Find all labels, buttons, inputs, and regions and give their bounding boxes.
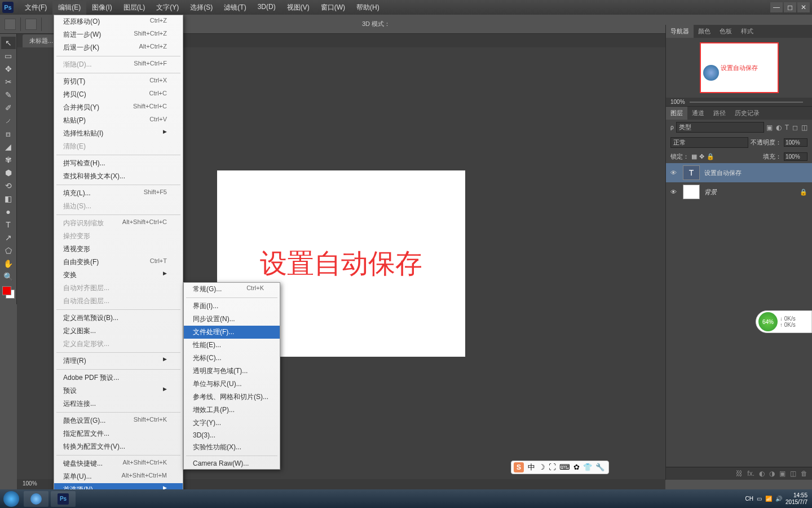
panel-tab-样式[interactable]: 样式 [736, 25, 758, 38]
filter-smart-icon[interactable]: ◫ [801, 124, 807, 132]
tool-11[interactable]: ⟲ [1, 179, 16, 192]
tool-14[interactable]: T [1, 218, 16, 231]
link-layers-icon[interactable]: ⛓ [736, 470, 743, 478]
submenu-item[interactable]: Camera Raw(W)... [184, 458, 280, 469]
lock-pixels-icon[interactable]: ▦ [691, 153, 697, 160]
ime-item[interactable]: ⛶ [549, 463, 556, 471]
tool-4[interactable]: ✎ [1, 89, 16, 101]
menu-item[interactable]: 还原移动(O)Ctrl+Z [54, 15, 183, 28]
lock-position-icon[interactable]: ✥ [699, 153, 704, 160]
ime-item[interactable]: 🔧 [595, 463, 604, 471]
filter-shape-icon[interactable]: ◻ [792, 124, 798, 132]
filter-adjust-icon[interactable]: ◐ [776, 124, 782, 132]
navigator-thumbnail[interactable]: 设置自动保存 [700, 42, 779, 93]
opacity-input[interactable] [784, 138, 807, 147]
menu-item[interactable]: 键盘快捷键...Alt+Shift+Ctrl+K [54, 457, 183, 470]
ime-item[interactable]: 中 [528, 463, 535, 471]
mask-icon[interactable]: ◐ [759, 470, 765, 478]
menu-3d[interactable]: 3D(D) [252, 1, 281, 15]
ime-item[interactable]: ✿ [573, 463, 580, 471]
menu-item[interactable]: 透视变形 [54, 243, 183, 256]
tool-8[interactable]: ◢ [1, 141, 16, 153]
menu-item[interactable]: 指定配置文件... [54, 427, 183, 440]
tray-network-icon[interactable]: 📶 [765, 496, 772, 502]
layer-row[interactable]: 👁T设置自动保存 [666, 163, 812, 182]
panel-tab-图层[interactable]: 图层 [666, 107, 687, 120]
layer-row[interactable]: 👁背景🔒 [666, 182, 812, 202]
tool-3[interactable]: ✂ [1, 76, 16, 88]
submenu-item[interactable]: 3D(3)... [184, 430, 280, 441]
panel-tab-路径[interactable]: 路径 [709, 107, 730, 120]
menu-item[interactable]: 粘贴(P)Ctrl+V [54, 114, 183, 127]
menu-item[interactable]: 查找和替换文本(X)... [54, 170, 183, 183]
menu-帮助[interactable]: 帮助(H) [351, 1, 385, 15]
menu-item[interactable]: 自由变换(F)Ctrl+T [54, 256, 183, 269]
zoom-status[interactable]: 100% [23, 480, 37, 487]
menu-item[interactable]: 选择性粘贴(I) [54, 127, 183, 140]
visibility-icon[interactable]: 👁 [670, 189, 678, 195]
menu-item[interactable]: 远程连接... [54, 397, 183, 410]
fx-icon[interactable]: fx. [747, 470, 754, 478]
submenu-item[interactable]: 光标(C)... [184, 352, 280, 365]
submenu-item[interactable]: 增效工具(P)... [184, 404, 280, 417]
tool-2[interactable]: ✥ [1, 63, 16, 75]
lock-all-icon[interactable]: 🔒 [707, 153, 714, 160]
tool-18[interactable]: 🔍 [1, 270, 16, 283]
tool-16[interactable]: ⬠ [1, 244, 16, 257]
delete-layer-icon[interactable]: 🗑 [801, 470, 807, 478]
zoom-slider[interactable] [690, 102, 803, 103]
filter-text-icon[interactable]: T [785, 124, 789, 132]
edit-menu-dropdown[interactable]: 还原移动(O)Ctrl+Z前进一步(W)Shift+Ctrl+Z后退一步(K)A… [54, 15, 183, 508]
adjustment-icon[interactable]: ◑ [769, 470, 775, 478]
panel-tab-导航器[interactable]: 导航器 [666, 25, 694, 38]
menu-item[interactable]: Adobe PDF 预设... [54, 371, 183, 384]
submenu-item[interactable]: 单位与标尺(U)... [184, 378, 280, 391]
menu-窗口[interactable]: 窗口(W) [315, 1, 351, 15]
tool-15[interactable]: ↗ [1, 231, 16, 244]
menu-item[interactable]: 合并拷贝(Y)Shift+Ctrl+C [54, 101, 183, 114]
tray-clock[interactable]: 14:55 2015/7/7 [785, 492, 807, 506]
tool-7[interactable]: ⧈ [1, 128, 16, 140]
fg-color[interactable] [2, 286, 11, 295]
tool-0[interactable]: ↖ [1, 37, 16, 49]
tray-volume-icon[interactable]: 🔊 [775, 496, 782, 502]
tool-9[interactable]: ✾ [1, 154, 16, 166]
menu-图层[interactable]: 图层(L) [118, 1, 151, 15]
layer-kind-dropdown[interactable]: 类型 [676, 122, 764, 133]
submenu-item[interactable]: 参考线、网格和切片(S)... [184, 391, 280, 404]
menu-item[interactable]: 剪切(T)Ctrl+X [54, 75, 183, 88]
maximize-button[interactable]: ◻ [784, 2, 796, 12]
menu-item[interactable]: 清理(R) [54, 354, 183, 367]
tool-6[interactable]: ⟋ [1, 115, 16, 127]
tool-12[interactable]: ◧ [1, 192, 16, 205]
submenu-item[interactable]: 同步设置(N)... [184, 313, 280, 326]
submenu-item[interactable]: 界面(I)... [184, 300, 280, 313]
menu-item[interactable]: 菜单(U)...Alt+Shift+Ctrl+M [54, 470, 183, 483]
menu-item[interactable]: 预设 [54, 384, 183, 397]
submenu-item[interactable]: 文件处理(F)... [184, 326, 280, 339]
visibility-icon[interactable]: 👁 [670, 169, 678, 176]
menu-item[interactable]: 前进一步(W)Shift+Ctrl+Z [54, 28, 183, 41]
layer-thumbnail[interactable]: T [683, 165, 700, 180]
menu-item[interactable]: 变换 [54, 269, 183, 282]
ime-item[interactable]: ☽ [539, 463, 545, 471]
submenu-item[interactable]: 常规(G)...Ctrl+K [184, 283, 280, 296]
network-widget[interactable]: 64% ↓ 0K/s ↑ 0K/s [756, 310, 812, 333]
submenu-item[interactable]: 实验性功能(X)... [184, 441, 280, 454]
tool-17[interactable]: ✋ [1, 257, 16, 270]
menu-编辑[interactable]: 编辑(E) [52, 1, 86, 15]
color-swatch[interactable] [2, 286, 15, 299]
submenu-item[interactable]: 透明度与色域(T)... [184, 365, 280, 378]
panel-tab-色板[interactable]: 色板 [715, 25, 736, 38]
tool-10[interactable]: ⬢ [1, 167, 16, 179]
menu-item[interactable]: 颜色设置(G)...Shift+Ctrl+K [54, 414, 183, 427]
layer-thumbnail[interactable] [683, 185, 700, 199]
task-item-photoshop[interactable]: Ps [51, 491, 76, 507]
menu-item[interactable]: 定义画笔预设(B)... [54, 312, 183, 325]
fill-input[interactable] [784, 152, 807, 161]
menu-item[interactable]: 拷贝(C)Ctrl+C [54, 88, 183, 101]
ime-toolbar[interactable]: S 中☽⛶⌨✿👕🔧 [511, 461, 609, 474]
start-button[interactable] [0, 489, 23, 508]
menu-item[interactable]: 定义图案... [54, 325, 183, 338]
menu-文件[interactable]: 文件(F) [19, 1, 52, 15]
